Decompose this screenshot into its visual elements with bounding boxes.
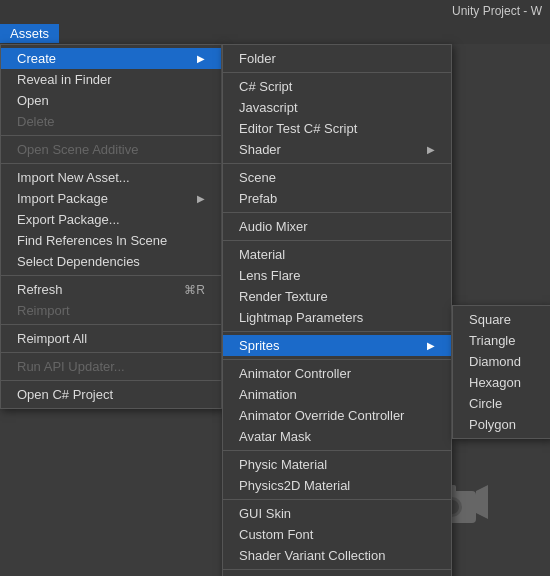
shader-item[interactable]: Shader ▶ — [223, 139, 451, 160]
audio-mixer-label: Audio Mixer — [239, 219, 308, 234]
shader-label: Shader — [239, 142, 281, 157]
export-package-item[interactable]: Export Package... — [1, 209, 221, 230]
open-label: Open — [17, 93, 49, 108]
refresh-label: Refresh — [17, 282, 63, 297]
reimport-all-label: Reimport All — [17, 331, 87, 346]
shader-variant-item[interactable]: Shader Variant Collection — [223, 545, 451, 566]
animator-controller-label: Animator Controller — [239, 366, 351, 381]
create-section-8: Physic Material Physics2D Material — [223, 451, 451, 500]
polygon-item[interactable]: Polygon — [453, 414, 550, 435]
csharp-script-item[interactable]: C# Script — [223, 76, 451, 97]
lightmap-params-item[interactable]: Lightmap Parameters — [223, 307, 451, 328]
menu-bar: Assets — [0, 22, 550, 44]
editor-test-label: Editor Test C# Script — [239, 121, 357, 136]
menu-section-3: Import New Asset... Import Package ▶ Exp… — [1, 164, 221, 276]
create-arrow: ▶ — [197, 53, 205, 64]
javascript-item[interactable]: Javascript — [223, 97, 451, 118]
square-item[interactable]: Square — [453, 309, 550, 330]
open-csharp-project-item[interactable]: Open C# Project — [1, 384, 221, 405]
lens-flare-label: Lens Flare — [239, 268, 300, 283]
folder-item[interactable]: Folder — [223, 48, 451, 69]
triangle-item[interactable]: Triangle — [453, 330, 550, 351]
folder-label: Folder — [239, 51, 276, 66]
hexagon-item[interactable]: Hexagon — [453, 372, 550, 393]
material-label: Material — [239, 247, 285, 262]
animator-controller-item[interactable]: Animator Controller — [223, 363, 451, 384]
scene-item[interactable]: Scene — [223, 167, 451, 188]
physics2d-material-label: Physics2D Material — [239, 478, 350, 493]
editor-test-item[interactable]: Editor Test C# Script — [223, 118, 451, 139]
reimport-all-item[interactable]: Reimport All — [1, 328, 221, 349]
create-section-6: Sprites ▶ — [223, 332, 451, 360]
delete-label: Delete — [17, 114, 55, 129]
gui-skin-label: GUI Skin — [239, 506, 291, 521]
create-section-2: C# Script Javascript Editor Test C# Scri… — [223, 73, 451, 164]
import-package-arrow: ▶ — [197, 193, 205, 204]
sprites-item[interactable]: Sprites ▶ — [223, 335, 451, 356]
animation-label: Animation — [239, 387, 297, 402]
create-section-1: Folder — [223, 45, 451, 73]
menu-section-1: Create ▶ Reveal in Finder Open Delete — [1, 45, 221, 136]
sprites-dropdown: Square Triangle Diamond Hexagon Circle P… — [452, 305, 550, 439]
find-references-label: Find References In Scene — [17, 233, 167, 248]
reveal-label: Reveal in Finder — [17, 72, 112, 87]
menu-section-2: Open Scene Additive — [1, 136, 221, 164]
top-bar: Unity Project - W — [0, 0, 550, 22]
import-new-asset-item[interactable]: Import New Asset... — [1, 167, 221, 188]
create-item[interactable]: Create ▶ — [1, 48, 221, 69]
prefab-label: Prefab — [239, 191, 277, 206]
create-section-10: Legacy ▶ — [223, 570, 451, 576]
avatar-mask-item[interactable]: Avatar Mask — [223, 426, 451, 447]
open-item[interactable]: Open — [1, 90, 221, 111]
assets-menu-trigger[interactable]: Assets — [0, 24, 59, 43]
refresh-shortcut: ⌘R — [184, 283, 205, 297]
physic-material-item[interactable]: Physic Material — [223, 454, 451, 475]
custom-font-item[interactable]: Custom Font — [223, 524, 451, 545]
circle-item[interactable]: Circle — [453, 393, 550, 414]
select-dependencies-item[interactable]: Select Dependencies — [1, 251, 221, 272]
reveal-in-finder-item[interactable]: Reveal in Finder — [1, 69, 221, 90]
sprites-section: Square Triangle Diamond Hexagon Circle P… — [453, 306, 550, 438]
avatar-mask-label: Avatar Mask — [239, 429, 311, 444]
material-item[interactable]: Material — [223, 244, 451, 265]
delete-item: Delete — [1, 111, 221, 132]
diamond-item[interactable]: Diamond — [453, 351, 550, 372]
custom-font-label: Custom Font — [239, 527, 313, 542]
polygon-label: Polygon — [469, 417, 516, 432]
animator-override-item[interactable]: Animator Override Controller — [223, 405, 451, 426]
menu-section-7: Open C# Project — [1, 381, 221, 408]
import-package-item[interactable]: Import Package ▶ — [1, 188, 221, 209]
create-section-4: Audio Mixer — [223, 213, 451, 241]
shader-arrow: ▶ — [427, 144, 435, 155]
prefab-item[interactable]: Prefab — [223, 188, 451, 209]
gui-skin-item[interactable]: GUI Skin — [223, 503, 451, 524]
physics2d-material-item[interactable]: Physics2D Material — [223, 475, 451, 496]
lightmap-params-label: Lightmap Parameters — [239, 310, 363, 325]
csharp-script-label: C# Script — [239, 79, 292, 94]
find-references-item[interactable]: Find References In Scene — [1, 230, 221, 251]
create-section-9: GUI Skin Custom Font Shader Variant Coll… — [223, 500, 451, 570]
render-texture-label: Render Texture — [239, 289, 328, 304]
svg-marker-4 — [476, 485, 488, 519]
hexagon-label: Hexagon — [469, 375, 521, 390]
diamond-label: Diamond — [469, 354, 521, 369]
run-api-updater-label: Run API Updater... — [17, 359, 125, 374]
refresh-item[interactable]: Refresh ⌘R — [1, 279, 221, 300]
sprites-label: Sprites — [239, 338, 279, 353]
create-section-7: Animator Controller Animation Animator O… — [223, 360, 451, 451]
animation-item[interactable]: Animation — [223, 384, 451, 405]
physic-material-label: Physic Material — [239, 457, 327, 472]
lens-flare-item[interactable]: Lens Flare — [223, 265, 451, 286]
run-api-updater-item: Run API Updater... — [1, 356, 221, 377]
javascript-label: Javascript — [239, 100, 298, 115]
sprites-arrow: ▶ — [427, 340, 435, 351]
assets-dropdown: Create ▶ Reveal in Finder Open Delete Op… — [0, 44, 222, 409]
window-title: Unity Project - W — [452, 4, 542, 18]
shader-variant-label: Shader Variant Collection — [239, 548, 385, 563]
circle-label: Circle — [469, 396, 502, 411]
square-label: Square — [469, 312, 511, 327]
open-csharp-label: Open C# Project — [17, 387, 113, 402]
render-texture-item[interactable]: Render Texture — [223, 286, 451, 307]
import-new-asset-label: Import New Asset... — [17, 170, 130, 185]
audio-mixer-item[interactable]: Audio Mixer — [223, 216, 451, 237]
